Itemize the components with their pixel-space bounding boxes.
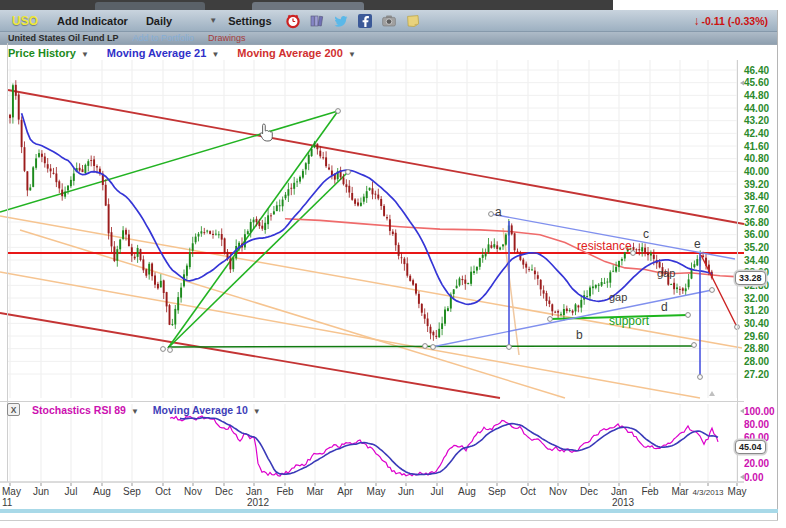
svg-text:41.60: 41.60 (744, 141, 769, 152)
svg-text:gap: gap (657, 267, 675, 279)
svg-text:45.60: 45.60 (744, 77, 769, 88)
svg-text:38.40: 38.40 (744, 191, 769, 202)
chevron-down-icon[interactable]: ▼ (81, 50, 89, 59)
blue-triangle-lower[interactable] (432, 290, 712, 347)
svg-text:Nov: Nov (184, 486, 202, 497)
ma200-dropdown[interactable]: Moving Average 200 ▼ (237, 47, 358, 59)
svg-text:Dec: Dec (580, 486, 598, 497)
hand-cursor-icon (260, 124, 272, 141)
svg-text:36.00: 36.00 (744, 229, 769, 240)
svg-text:40.80: 40.80 (744, 153, 769, 164)
last-price-badge: 33.28 (735, 271, 766, 285)
chevron-down-icon[interactable]: ▼ (211, 50, 219, 59)
ma21-line[interactable] (22, 113, 712, 304)
gridlines (8, 60, 737, 481)
svg-text:35.20: 35.20 (744, 242, 769, 253)
price-history-dropdown[interactable]: Price History ▼ (8, 47, 91, 59)
svg-text:Oct: Oct (520, 486, 536, 497)
svg-text:4/3/2013: 4/3/2013 (692, 488, 724, 497)
indicator-legend: x Stochastics RSI 89 ▼ Moving Average 10… (7, 403, 263, 416)
svg-text:a: a (495, 205, 502, 219)
ma200-label: Moving Average 200 (237, 47, 343, 59)
svg-text:46.40: 46.40 (744, 65, 769, 76)
svg-text:Apr: Apr (337, 486, 353, 497)
svg-text:Mar: Mar (671, 486, 689, 497)
svg-text:28.80: 28.80 (744, 343, 769, 354)
svg-text:80.00: 80.00 (744, 419, 769, 430)
indicator-value-badge: 45.04 (735, 440, 766, 454)
svg-text:43.20: 43.20 (744, 115, 769, 126)
svg-text:0.00: 0.00 (744, 472, 764, 483)
svg-text:32.00: 32.00 (744, 293, 769, 304)
svg-text:2013: 2013 (612, 497, 635, 508)
ma21-dropdown[interactable]: Moving Average 21 ▼ (107, 47, 221, 59)
svg-text:37.60: 37.60 (744, 204, 769, 215)
orange-fan-3[interactable] (0, 272, 700, 398)
stochastics-lines (170, 416, 718, 476)
ma21-label: Moving Average 21 (107, 47, 206, 59)
svg-text:Aug: Aug (93, 486, 111, 497)
svg-text:28.00: 28.00 (744, 356, 769, 367)
svg-text:31.20: 31.20 (744, 305, 769, 316)
svg-text:30.40: 30.40 (744, 318, 769, 329)
svg-text:20.00: 20.00 (744, 458, 769, 469)
svg-text:Jul: Jul (431, 486, 444, 497)
svg-text:Jun: Jun (398, 486, 414, 497)
x-axis-labels: May11JunJulAugSepOctNovDecJan2012FebMarA… (0, 482, 746, 508)
svg-text:gap: gap (609, 291, 627, 303)
chart-canvas[interactable]: abcderesistancesupportgapgap46.4045.6044… (0, 0, 786, 528)
svg-text:May: May (367, 486, 386, 497)
svg-text:44.00: 44.00 (744, 103, 769, 114)
indicator-ma-label: Moving Average 10 (153, 404, 248, 416)
svg-text:40.00: 40.00 (744, 166, 769, 177)
svg-text:11: 11 (2, 497, 13, 508)
svg-text:Jun: Jun (33, 486, 49, 497)
svg-text:100.00: 100.00 (744, 406, 775, 417)
price-history-label: Price History (8, 47, 76, 59)
svg-text:29.60: 29.60 (744, 331, 769, 342)
svg-text:Feb: Feb (641, 486, 659, 497)
chevron-down-icon[interactable]: ▼ (253, 407, 261, 416)
svg-text:34.40: 34.40 (744, 255, 769, 266)
svg-text:Oct: Oct (155, 486, 171, 497)
svg-text:42.40: 42.40 (744, 128, 769, 139)
svg-text:Jan: Jan (246, 486, 262, 497)
svg-text:Sep: Sep (488, 486, 506, 497)
app-window: USO Add Indicator Daily ▼ Settings (0, 0, 786, 528)
svg-text:2012: 2012 (247, 497, 270, 508)
indicator-ma-dropdown[interactable]: Moving Average 10 ▼ (153, 404, 263, 416)
price-axis-labels: 46.4045.6044.8044.0043.2042.4041.6040.80… (744, 65, 769, 380)
svg-text:39.20: 39.20 (744, 179, 769, 190)
svg-text:44.80: 44.80 (744, 90, 769, 101)
chevron-down-icon[interactable]: ▼ (131, 407, 139, 416)
svg-text:Jan: Jan (611, 486, 627, 497)
svg-text:Jul: Jul (65, 486, 78, 497)
svg-text:e: e (694, 237, 701, 251)
svg-text:May: May (728, 486, 747, 497)
chevron-down-icon[interactable]: ▼ (348, 50, 356, 59)
svg-text:Nov: Nov (549, 486, 567, 497)
svg-text:d: d (661, 300, 668, 314)
svg-text:27.20: 27.20 (744, 369, 769, 380)
svg-text:Dec: Dec (215, 486, 233, 497)
svg-text:Sep: Sep (123, 486, 141, 497)
svg-text:Aug: Aug (458, 486, 476, 497)
svg-text:b: b (576, 328, 583, 342)
stochastics-dropdown[interactable]: Stochastics RSI 89 ▼ (32, 404, 141, 416)
svg-text:Mar: Mar (306, 486, 324, 497)
stochastics-label: Stochastics RSI 89 (32, 404, 126, 416)
chart-legend: Price History ▼ Moving Average 21 ▼ Movi… (8, 46, 358, 59)
svg-text:Feb: Feb (276, 486, 294, 497)
scrollbar[interactable] (0, 509, 778, 513)
svg-text:c: c (643, 227, 649, 241)
svg-text:May: May (2, 486, 21, 497)
svg-text:resistance: resistance (577, 239, 632, 253)
svg-text:36.80: 36.80 (744, 217, 769, 228)
close-indicator-button[interactable]: x (7, 403, 20, 416)
svg-text:support: support (609, 314, 650, 328)
candlestick-layer (9, 80, 713, 341)
